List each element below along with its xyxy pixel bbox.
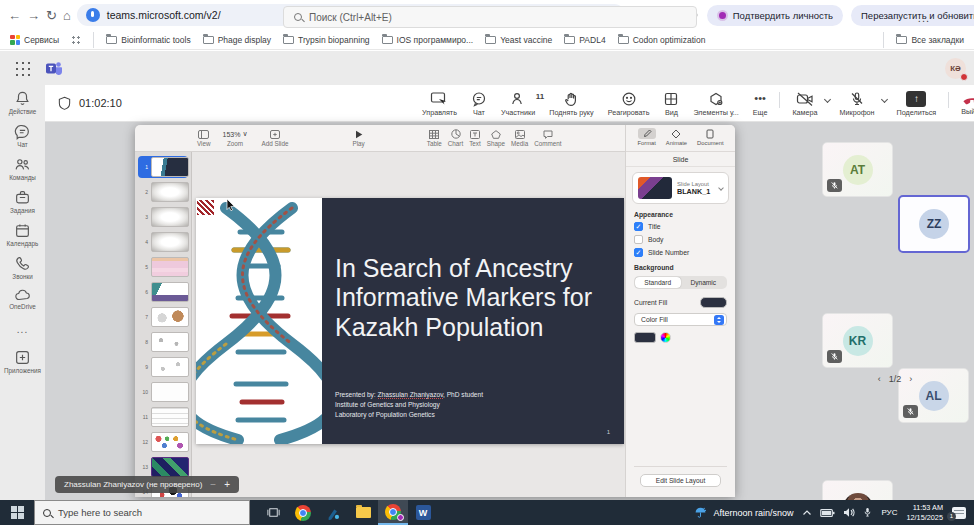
slide-thumbnail[interactable]: 6 <box>138 281 188 303</box>
bookmark-folder[interactable]: Phage display <box>203 35 271 45</box>
keynote-text-button[interactable]: Text <box>469 129 481 147</box>
sidebar-item-calendar[interactable]: Календарь <box>0 222 45 247</box>
keynote-play-button[interactable]: Play <box>353 129 365 147</box>
user-avatar[interactable]: КӘ <box>945 58 966 79</box>
slide-layout-selector[interactable]: Slide Layout BLANK_1 <box>632 172 729 204</box>
slide-thumbnail[interactable]: 13 <box>138 456 188 478</box>
participant-tile[interactable]: KR <box>822 313 893 368</box>
raise-hand-button[interactable]: Поднять руку <box>542 91 600 117</box>
sidebar-item-chat[interactable]: Чат <box>0 123 45 148</box>
keynote-media-button[interactable]: Media <box>511 129 528 147</box>
participant-tile-speaking[interactable]: ZZ <box>898 195 970 253</box>
inspector-tab-animate[interactable]: Animate <box>666 128 687 151</box>
back-icon[interactable]: ← <box>8 8 21 23</box>
checkbox-unchecked-icon[interactable] <box>634 235 643 244</box>
segment-standard[interactable]: Standard <box>635 277 681 288</box>
sidebar-item-teams[interactable]: Команды <box>0 156 45 181</box>
chrome-profile-taskbar-button[interactable] <box>378 500 408 525</box>
elements-button[interactable]: Элементы у... <box>686 91 745 117</box>
app-launcher-icon[interactable] <box>14 60 30 76</box>
apps-grid-icon[interactable] <box>71 35 81 45</box>
slide-thumbnail-selected[interactable]: 1 <box>138 156 188 178</box>
title-slide[interactable]: In Search of Ancestry Informative Marker… <box>196 198 624 444</box>
sidebar-item-calls[interactable]: Звонки <box>0 255 45 280</box>
slide-thumbnail[interactable]: 4 <box>138 231 188 253</box>
fill-type-select[interactable]: Color Fill <box>634 313 727 326</box>
restart-update-button[interactable]: Перезапустить и обновить ⋮ <box>851 5 974 26</box>
tray-mic-icon[interactable] <box>863 507 872 518</box>
voice-search-icon[interactable] <box>86 8 100 22</box>
pager-prev-icon[interactable]: ‹ <box>878 374 881 384</box>
title-checkbox-row[interactable]: ✓Title <box>634 222 727 231</box>
slide-thumbnail[interactable]: 8 <box>138 331 188 353</box>
keynote-view-button[interactable]: View <box>197 129 211 147</box>
checkbox-checked-icon[interactable]: ✓ <box>634 222 643 231</box>
verify-identity-button[interactable]: Подтвердить личность <box>707 5 843 26</box>
inspector-tab-document[interactable]: Document <box>697 128 723 151</box>
bookmark-folder[interactable]: Trypsin biopanning <box>283 35 370 45</box>
slide-thumbnail[interactable]: 3 <box>138 206 188 228</box>
pen-app-taskbar-button[interactable] <box>318 500 348 525</box>
bookmark-folder[interactable]: PADL4 <box>564 35 605 45</box>
keynote-zoom-control[interactable]: 153% ∨ Zoom <box>223 129 248 147</box>
slide-thumbnail[interactable]: 7 <box>138 306 188 328</box>
slide-thumbnail[interactable]: 9 <box>138 356 188 378</box>
slide-thumbnail[interactable]: 11 <box>138 406 188 428</box>
camera-button[interactable]: Камера <box>785 91 824 117</box>
word-taskbar-button[interactable]: W <box>408 500 438 525</box>
keynote-table-button[interactable]: Table <box>427 129 442 147</box>
participants-button[interactable]: 11 Участники <box>494 91 542 117</box>
react-button[interactable]: Реагировать <box>601 91 657 117</box>
camera-options-chevron-icon[interactable] <box>823 96 830 103</box>
participant-tile[interactable]: AT <box>822 142 893 197</box>
sidebar-item-more[interactable]: ... <box>0 324 45 335</box>
background-color-well[interactable] <box>634 332 656 343</box>
share-screen-button[interactable]: ↑ Поделиться <box>890 91 944 117</box>
taskbar-clock[interactable]: 11:53 AM 12/15/2025 <box>906 503 943 521</box>
current-fill-swatch[interactable] <box>700 297 727 308</box>
sidebar-item-activity[interactable]: Действие <box>0 90 45 115</box>
taskbar-search-input[interactable]: Type here to search <box>34 500 250 525</box>
mic-button[interactable]: Микрофон <box>833 91 882 117</box>
meeting-chat-button[interactable]: Чат <box>464 91 494 117</box>
weather-widget[interactable]: Afternoon rain/snow <box>694 506 793 519</box>
more-button[interactable]: ••• Еще <box>746 91 775 117</box>
file-explorer-taskbar-button[interactable] <box>348 500 378 525</box>
battery-icon[interactable] <box>820 508 835 518</box>
slide-thumbnail[interactable]: 12 <box>138 431 188 453</box>
tray-expand-icon[interactable] <box>802 509 812 517</box>
pager-next-icon[interactable]: › <box>909 374 912 384</box>
bookmark-services[interactable]: Сервисы <box>10 35 59 45</box>
sidebar-item-apps[interactable]: Приложения <box>0 349 45 374</box>
edit-slide-layout-button[interactable]: Edit Slide Layout <box>640 474 721 487</box>
keynote-chart-button[interactable]: Chart <box>448 129 463 147</box>
chrome-taskbar-button[interactable] <box>288 500 318 525</box>
start-button[interactable] <box>0 500 34 525</box>
sidebar-item-assignments[interactable]: Задания <box>0 189 45 214</box>
task-view-button[interactable] <box>258 500 288 525</box>
all-bookmarks-button[interactable]: Все закладки <box>896 35 964 45</box>
keynote-add-slide-button[interactable]: Add Slide <box>262 129 289 147</box>
header-more-icon[interactable]: ... <box>918 12 930 24</box>
bookmark-folder[interactable]: Codon optimization <box>618 35 706 45</box>
overlay-zoom-in-button[interactable]: + <box>224 479 230 490</box>
color-wheel-icon[interactable] <box>660 332 671 343</box>
checkbox-checked-icon[interactable]: ✓ <box>634 248 643 257</box>
bookmark-folder[interactable]: Bioinformatic tools <box>106 35 190 45</box>
keynote-shape-button[interactable]: Shape <box>487 129 505 147</box>
teams-search-input[interactable]: Поиск (Ctrl+Alt+E) <box>283 6 697 28</box>
leave-button[interactable]: Выйти <box>954 92 974 116</box>
bookmark-folder[interactable]: IOS программиро... <box>382 35 474 45</box>
bookmark-folder[interactable]: Yeast vaccine <box>485 35 552 45</box>
reload-icon[interactable]: ↻ <box>46 8 57 23</box>
slide-thumbnail[interactable]: 5 <box>138 256 188 278</box>
notification-center-button[interactable]: 1 <box>952 507 966 519</box>
segment-dynamic[interactable]: Dynamic <box>681 277 727 288</box>
slide-thumbnail[interactable]: 2 <box>138 181 188 203</box>
language-indicator[interactable]: РУС <box>881 508 897 517</box>
overlay-zoom-out-button[interactable]: − <box>210 479 216 490</box>
slide-thumbnail[interactable]: 10 <box>138 381 188 403</box>
forward-icon[interactable]: → <box>27 8 40 23</box>
home-icon[interactable]: ⌂ <box>63 8 71 23</box>
inspector-tab-format[interactable]: Format <box>637 128 655 151</box>
